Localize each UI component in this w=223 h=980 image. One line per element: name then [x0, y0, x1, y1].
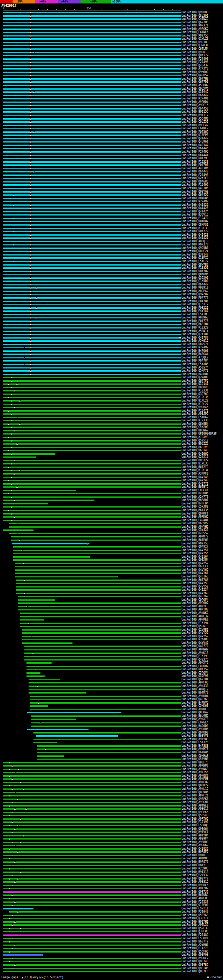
- hit-label[interactable]: UniRef100_A9PQ02: [181, 602, 209, 605]
- hit-bar[interactable]: [14, 573, 181, 574]
- hit-label[interactable]: UniRef100_Q46165: [181, 575, 209, 578]
- hit-label[interactable]: UniRef100_Q41424: [181, 210, 209, 213]
- hit-label[interactable]: UniRef100_B6T788: [181, 579, 209, 582]
- hit-label[interactable]: UniRef100_Q4VY56: [181, 632, 209, 635]
- hit-bar[interactable]: [24, 646, 181, 647]
- hit-label[interactable]: UniRef100_Q1EPP5: [181, 134, 209, 137]
- hit-label[interactable]: UniRef100_Q41423: [181, 234, 209, 236]
- hit-bar[interactable]: [3, 905, 181, 906]
- hit-label[interactable]: UniRef100_Q1EPX5: [181, 256, 209, 259]
- hit-label[interactable]: UniRef100_B9GZZ2: [181, 442, 209, 445]
- hit-label[interactable]: UniRef100_O64448: [181, 170, 209, 173]
- hit-label[interactable]: UniRef100_Q24216: [181, 456, 209, 458]
- hit-label[interactable]: UniRef100_P04793: [181, 157, 209, 160]
- hit-label[interactable]: UniRef100_B6ULF1: [181, 565, 209, 568]
- hit-bar[interactable]: [3, 513, 181, 514]
- hit-label[interactable]: UniRef100_A9RKW5: [181, 515, 209, 518]
- hit-label[interactable]: UniRef100_A7PJY3: [181, 67, 209, 70]
- hit-label[interactable]: UniRef100_Q7Y1H1: [181, 333, 209, 336]
- hit-bar[interactable]: [3, 430, 181, 431]
- hit-bar[interactable]: [3, 496, 181, 498]
- hit-bar[interactable]: [3, 520, 181, 521]
- hit-label[interactable]: UniRef100_P04159: [181, 668, 209, 671]
- hit-bar[interactable]: [3, 888, 181, 889]
- hit-label[interactable]: UniRef100_Q0PKF1: [181, 512, 209, 515]
- hit-bar[interactable]: [3, 795, 181, 797]
- hit-bar[interactable]: [3, 778, 181, 780]
- hit-label[interactable]: UniRef100_A9NNG3: [181, 768, 209, 771]
- hit-bar[interactable]: [3, 808, 181, 810]
- hit-bar[interactable]: [3, 829, 181, 830]
- hit-label[interactable]: UniRef100_Q4VY61: [181, 572, 209, 575]
- hit-bar[interactable]: [3, 848, 181, 850]
- hit-label[interactable]: UniRef100_Q39769: [181, 393, 209, 396]
- hit-bar[interactable]: [3, 898, 181, 899]
- hit-bar[interactable]: [18, 596, 181, 597]
- hit-label[interactable]: UniRef100_Q5DF06: [181, 950, 209, 953]
- hit-bar[interactable]: [16, 589, 181, 591]
- hit-bar[interactable]: [3, 855, 181, 856]
- hit-bar[interactable]: [3, 891, 181, 893]
- hit-label[interactable]: UniRef100_Q4VY62: [181, 569, 209, 571]
- hit-label[interactable]: UniRef100_Q9LK29: [181, 784, 209, 787]
- hit-bar[interactable]: [9, 911, 181, 913]
- hit-bar[interactable]: [3, 397, 181, 398]
- hit-label[interactable]: UniRef100_P07371: [181, 24, 209, 27]
- hit-label[interactable]: UniRef100_Q57512: [181, 439, 209, 442]
- hit-label[interactable]: UniRef100_Q9SPK5: [181, 811, 209, 814]
- hit-label[interactable]: UniRef100_B6TPW3: [181, 539, 209, 542]
- hit-label[interactable]: UniRef100_B1PL28: [181, 399, 209, 402]
- hit-label[interactable]: UniRef100_A9BJP9: [181, 413, 209, 415]
- hit-label[interactable]: UniRef100_P04781: [181, 300, 209, 303]
- hit-label[interactable]: UniRef100_C4P4Q4: [181, 519, 209, 522]
- hit-bar[interactable]: [3, 918, 181, 919]
- hit-bar[interactable]: [26, 672, 40, 674]
- hit-bar[interactable]: [9, 533, 181, 535]
- hit-label[interactable]: UniRef100_C0HHA8: [181, 755, 209, 757]
- hit-label[interactable]: UniRef100_Q40832: [181, 848, 209, 850]
- hit-bar[interactable]: [3, 463, 181, 465]
- hit-label[interactable]: UniRef100_P27496: [181, 151, 209, 153]
- hit-bar[interactable]: [3, 931, 181, 932]
- hit-label[interactable]: UniRef100_O04687: [181, 220, 209, 223]
- hit-bar[interactable]: [3, 470, 181, 471]
- hit-label[interactable]: UniRef100_Q52F30: [181, 927, 209, 930]
- hit-label[interactable]: UniRef100_B9RSF6: [181, 851, 209, 853]
- hit-label[interactable]: UniRef100_Q9C5R6: [181, 247, 209, 250]
- hit-bar[interactable]: [3, 851, 181, 853]
- hit-label[interactable]: UniRef100_P27492: [181, 200, 209, 203]
- hit-label[interactable]: UniRef100_A9S9F4: [181, 837, 209, 840]
- hit-label[interactable]: UniRef100_P14278: [181, 947, 209, 950]
- hit-label[interactable]: UniRef100_Q5Z9N8: [181, 758, 209, 760]
- hit-label[interactable]: UniRef100_Q4YV47: [181, 642, 209, 644]
- hit-label[interactable]: UniRef100_C0PGL4: [181, 721, 209, 724]
- hit-label[interactable]: UniRef100_A9NZL3: [181, 605, 209, 608]
- hit-label[interactable]: UniRef100_P07370: [181, 243, 209, 246]
- hit-bar[interactable]: [3, 407, 181, 408]
- hit-label[interactable]: UniRef100_B91117: [181, 114, 209, 117]
- hit-bar[interactable]: [3, 420, 181, 422]
- hit-bar[interactable]: [3, 865, 181, 866]
- hit-label[interactable]: UniRef100_Q40065: [181, 453, 209, 455]
- hit-label[interactable]: UniRef100_Q40769: [181, 595, 209, 598]
- hit-bar[interactable]: [30, 699, 181, 700]
- hit-bar[interactable]: [3, 762, 181, 764]
- hit-label[interactable]: UniRef100_A9NK15: [181, 652, 209, 655]
- hit-label[interactable]: UniRef100_B6TJ35: [181, 509, 209, 512]
- hit-label[interactable]: UniRef100_C8XFS1: [181, 224, 209, 226]
- hit-bar[interactable]: [37, 756, 64, 757]
- hit-label[interactable]: UniRef100_Q4VY52: [181, 635, 209, 638]
- hit-label[interactable]: UniRef100_B9TVC1: [181, 831, 209, 834]
- hit-label[interactable]: UniRef100_P04779: [181, 230, 209, 233]
- hit-bar[interactable]: [3, 894, 181, 896]
- hit-label[interactable]: UniRef100_Q41447: [181, 137, 209, 140]
- hit-label[interactable]: UniRef100_A5BS74: [181, 366, 209, 369]
- hit-label[interactable]: UniRef100_A9TL35: [181, 924, 209, 926]
- hit-label[interactable]: UniRef100_P31049: [181, 910, 209, 913]
- hit-label[interactable]: UniRef100_UPI0000DA3F: [181, 433, 217, 435]
- hit-label[interactable]: UniRef100_B6STN4: [181, 323, 209, 326]
- hit-label[interactable]: UniRef100_A9NRL8: [181, 708, 209, 711]
- hit-bar[interactable]: [3, 818, 181, 820]
- hit-label[interactable]: UniRef100_C5XK63: [181, 705, 209, 708]
- hit-label[interactable]: UniRef100_A9NNW9: [181, 648, 209, 651]
